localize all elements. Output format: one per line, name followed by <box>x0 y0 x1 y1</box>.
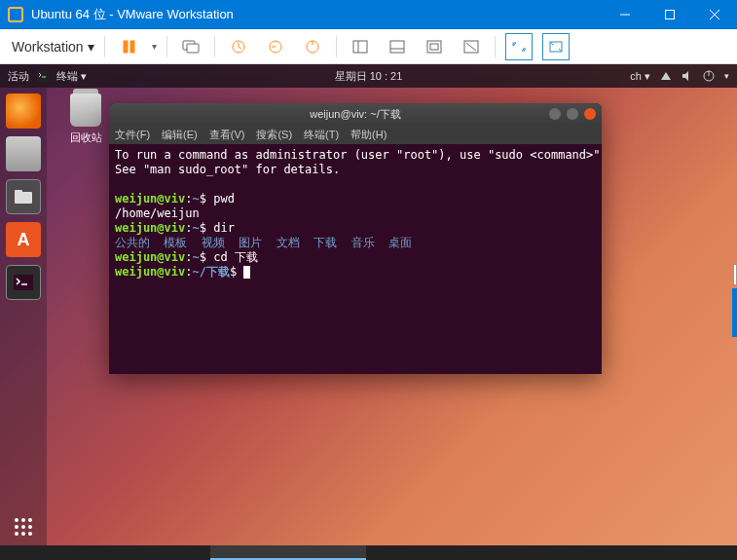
activities-button[interactable]: 活动 <box>8 69 29 84</box>
prompt-user: weijun@viv <box>115 221 185 235</box>
svg-rect-16 <box>427 41 441 53</box>
vmware-logo-icon <box>8 7 23 22</box>
dropdown-icon: ▾ <box>88 39 94 55</box>
terminal-minimize-button[interactable] <box>549 108 561 120</box>
launcher-software[interactable]: A <box>6 222 41 257</box>
scrollbar-thumb[interactable] <box>732 288 737 337</box>
dollar: $ <box>230 265 237 279</box>
ubuntu-top-panel: 活动 终端 ▾ 星期日 10 : 21 ch ▾ ▾ <box>0 64 737 88</box>
trash-icon <box>70 93 101 127</box>
menu-view[interactable]: 查看(V) <box>209 128 245 142</box>
toolbar-separator <box>104 36 105 57</box>
files-icon <box>14 189 33 205</box>
terminal-menubar: 文件(F) 编辑(E) 查看(V) 搜索(S) 终端(T) 帮助(H) <box>109 125 602 144</box>
svg-rect-2 <box>666 11 675 19</box>
terminal-title-text: weijun@viv: ~/下载 <box>310 107 400 122</box>
snapshot-button[interactable] <box>225 33 252 60</box>
terminal-icon <box>13 274 34 291</box>
view-single-button[interactable] <box>347 33 374 60</box>
svg-rect-12 <box>353 41 367 53</box>
prompt-user: weijun@viv <box>115 265 185 279</box>
dollar: $ <box>200 221 206 235</box>
launcher-firefox[interactable] <box>6 93 41 129</box>
svg-rect-6 <box>130 41 134 53</box>
svg-rect-0 <box>9 8 22 21</box>
toolbar-separator <box>336 36 337 57</box>
prompt-user: weijun@viv <box>115 250 185 264</box>
view-console-button[interactable] <box>384 33 411 60</box>
close-button[interactable] <box>692 0 737 29</box>
menu-help[interactable]: 帮助(H) <box>350 128 387 142</box>
software-icon: A <box>18 230 30 250</box>
ubuntu-launcher: A <box>0 88 47 545</box>
minimize-button[interactable] <box>603 0 647 29</box>
terminal-panel-icon <box>37 70 49 82</box>
launcher-terminal[interactable] <box>6 265 41 300</box>
view-unity-button[interactable] <box>458 33 485 60</box>
maximize-button[interactable] <box>647 0 692 29</box>
volume-icon[interactable] <box>682 70 693 82</box>
panel-datetime[interactable]: 星期日 10 : 21 <box>335 69 403 84</box>
system-menu-dropdown-icon[interactable]: ▾ <box>724 71 729 81</box>
menu-edit[interactable]: 编辑(E) <box>162 128 198 142</box>
launcher-trash[interactable] <box>6 136 41 171</box>
toolbar-separator <box>495 36 496 57</box>
svg-line-19 <box>466 43 476 51</box>
dropdown-icon[interactable]: ▾ <box>152 41 157 52</box>
pause-vm-button[interactable] <box>115 33 142 60</box>
line: To run a command as administrator (user … <box>115 148 602 162</box>
enter-fullscreen-button[interactable] <box>505 33 533 60</box>
terminal-close-button[interactable] <box>584 108 596 120</box>
svg-rect-17 <box>430 44 438 50</box>
svg-rect-25 <box>15 190 22 194</box>
view-fullscreen-button[interactable] <box>421 33 448 60</box>
dollar: $ <box>200 250 206 264</box>
workstation-menu-label: Workstation <box>12 39 84 55</box>
snapshot-revert-button[interactable] <box>262 33 289 60</box>
network-icon[interactable] <box>660 70 672 82</box>
terminal-window: weijun@viv: ~/下载 文件(F) 编辑(E) 查看(V) 搜索(S)… <box>109 103 602 374</box>
workstation-menu[interactable]: Workstation ▾ <box>12 39 94 55</box>
output: /home/weijun <box>115 206 200 220</box>
snapshot-manage-button[interactable] <box>299 33 326 60</box>
vmware-titlebar: Ubuntu 64 位 - VMware Workstation <box>0 0 737 29</box>
cursor <box>243 266 250 279</box>
terminal-window-controls <box>549 108 596 120</box>
input-method-indicator[interactable]: ch ▾ <box>630 70 650 83</box>
send-ctrlaltdel-button[interactable] <box>177 33 204 60</box>
svg-rect-5 <box>124 41 128 53</box>
cmd: pwd <box>213 192 235 205</box>
terminal-body[interactable]: To run a command as administrator (user … <box>109 144 602 374</box>
vmware-toolbar: Workstation ▾ ▾ <box>0 29 737 64</box>
svg-rect-26 <box>14 275 33 290</box>
prompt-path: ~ <box>192 192 199 205</box>
dollar: $ <box>200 192 206 205</box>
windows-taskbar <box>0 545 737 560</box>
window-controls <box>603 0 737 29</box>
menu-terminal[interactable]: 终端(T) <box>304 128 339 142</box>
terminal-titlebar[interactable]: weijun@viv: ~/下载 <box>109 103 602 125</box>
desktop-trash[interactable]: 回收站 <box>60 93 111 145</box>
menu-file[interactable]: 文件(F) <box>115 128 150 142</box>
taskbar-item[interactable] <box>210 545 366 560</box>
svg-rect-14 <box>390 41 404 53</box>
launcher-files[interactable] <box>6 179 41 214</box>
apps-grid-icon <box>15 518 32 536</box>
prompt-path: ~ <box>192 250 199 264</box>
cmd: cd 下载 <box>213 250 258 264</box>
app-menu[interactable]: 终端 ▾ <box>56 69 87 84</box>
power-icon[interactable] <box>703 70 715 82</box>
show-applications-button[interactable] <box>15 518 32 536</box>
menu-search[interactable]: 搜索(S) <box>256 128 292 142</box>
svg-rect-8 <box>187 44 199 53</box>
window-title: Ubuntu 64 位 - VMware Workstation <box>31 6 603 23</box>
prompt-user: weijun@viv <box>115 192 185 205</box>
trash-label: 回收站 <box>60 131 111 145</box>
stretch-guest-button[interactable] <box>542 33 570 60</box>
svg-rect-21 <box>37 70 49 82</box>
line: See "man sudo_root" for details. <box>115 163 340 176</box>
ubuntu-desktop: 活动 终端 ▾ 星期日 10 : 21 ch ▾ ▾ A 回收站 weijun@… <box>0 64 737 545</box>
scrollbar-track[interactable] <box>733 264 737 285</box>
terminal-maximize-button[interactable] <box>567 108 578 120</box>
output: 公共的 模板 视频 图片 文档 下载 音乐 桌面 <box>115 236 412 249</box>
